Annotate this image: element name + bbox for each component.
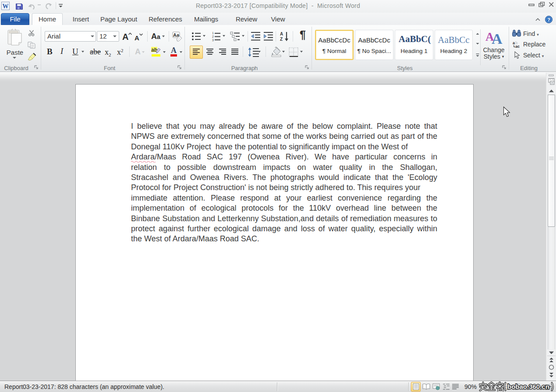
svg-text:3: 3 — [212, 39, 214, 41]
svg-text:A: A — [280, 32, 283, 36]
svg-text:1: 1 — [212, 32, 214, 35]
svg-text:?: ? — [547, 17, 550, 22]
svg-text:ac: ac — [515, 44, 520, 48]
svg-text:A: A — [492, 31, 503, 45]
svg-text:W: W — [3, 3, 9, 10]
svg-text:A: A — [171, 46, 177, 55]
svg-text:bobao.360.cn: bobao.360.cn — [507, 383, 549, 390]
svg-text:2: 2 — [212, 35, 214, 38]
svg-text:Z: Z — [280, 37, 283, 42]
